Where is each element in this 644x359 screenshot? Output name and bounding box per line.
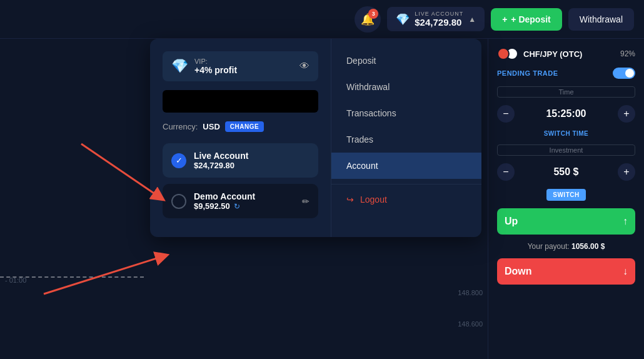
chevron-up-icon: ▲ [468,15,476,24]
time-section-label: Time [497,86,635,98]
eye-button[interactable]: 👁 [299,61,309,72]
up-button[interactable]: Up ↑ [497,208,635,235]
pair-info: CHF/JPY (OTC) [497,48,582,60]
header: 🔔 3 💎 LIVE ACCOUNT $24,729.80 ▲ + + Depo… [0,0,644,39]
balance-bar [163,90,318,113]
pending-label: PENDING TRADE [497,69,558,77]
payout-row: Your payout: 1056.00 $ [497,242,635,251]
investment-plus-button[interactable]: + [618,163,635,181]
diamond-icon: 💎 [396,13,410,26]
pair-row: CHF/JPY (OTC) 92% [497,48,635,60]
logout-icon: ↪ [346,195,354,205]
vip-diamond-icon: 💎 [171,58,188,74]
live-account-name: Live Account [194,151,309,161]
up-arrow-icon: ↑ [623,216,628,227]
vip-profit: +4% profit [194,65,237,75]
edit-icon[interactable]: ✏ [302,196,309,206]
chart-label-2: 148.600 [458,320,483,328]
time-display: 15:25:00 [520,108,613,119]
chart-label-1: 148.800 [458,289,483,296]
demo-account-item[interactable]: Demo Account $9,592.50 ↻ ✏ [163,184,318,218]
down-button[interactable]: Down ↓ [497,258,635,285]
menu-logout[interactable]: ↪ Logout [331,184,481,213]
investment-display: 550 $ [520,166,613,178]
pair-flag [497,48,518,60]
deposit-button[interactable]: + + Deposit [491,8,562,31]
currency-row: Currency: USD CHANGE [163,121,318,132]
investment-section-label: Investment [497,144,635,156]
demo-circle-icon [171,194,186,209]
plus-icon: + [502,14,507,24]
deposit-label: + Deposit [511,14,550,24]
logout-label: Logout [360,195,387,205]
live-account-item[interactable]: ✓ Live Account $24,729.80 [163,143,318,178]
live-account-details: Live Account $24,729.80 [194,151,309,170]
time-minus-button[interactable]: − [497,105,515,123]
pair-percentage: 92% [620,49,635,58]
pair-name: CHF/JPY (OTC) [523,49,582,59]
account-label: LIVE ACCOUNT [415,11,463,17]
down-arrow-icon: ↓ [623,266,628,277]
investment-minus-button[interactable]: − [497,163,515,181]
switch-button[interactable]: SWITCH [546,189,585,201]
menu-transactions[interactable]: Transactions [331,100,481,126]
dropdown-left: 💎 VIP: +4% profit 👁 Currency: USD CHANGE… [150,39,331,237]
chf-flag [497,48,510,60]
switch-time-label: SWITCH TIME [497,130,635,137]
currency-value: USD [203,122,219,131]
toggle-knob [625,69,634,78]
vip-left: 💎 VIP: +4% profit [171,58,237,75]
demo-balance-row: $9,592.50 ↻ [194,201,294,211]
vip-label: VIP: [194,58,237,65]
up-label: Up [505,216,518,227]
vip-row: 💎 VIP: +4% profit 👁 [163,51,318,81]
change-currency-button[interactable]: CHANGE [225,121,264,132]
account-info: LIVE ACCOUNT $24,729.80 [415,11,463,28]
live-account-balance: $24,729.80 [194,161,309,170]
account-amount: $24,729.80 [415,17,461,28]
right-panel: CHF/JPY (OTC) 92% PENDING TRADE Time − 1… [488,39,644,359]
notification-badge: 3 [368,9,378,19]
demo-account-details: Demo Account $9,592.50 ↻ [194,191,294,211]
live-check-icon: ✓ [171,153,186,168]
notification-button[interactable]: 🔔 3 [355,6,381,33]
time-plus-button[interactable]: + [618,105,635,123]
menu-trades[interactable]: Trades [331,126,481,153]
payout-prefix: Your payout: [528,242,570,251]
account-dropdown: 💎 VIP: +4% profit 👁 Currency: USD CHANGE… [150,39,481,237]
menu-withdrawal[interactable]: Withdrawal [331,74,481,100]
chart-time-label: - 01:00 [5,276,26,284]
investment-row: − 550 $ + [497,163,635,181]
refresh-icon: ↻ [234,202,240,211]
vip-text: VIP: +4% profit [194,58,237,75]
currency-label: Currency: [163,122,198,131]
time-row: − 15:25:00 + [497,105,635,123]
demo-account-name: Demo Account [194,191,294,201]
demo-account-balance: $9,592.50 [194,201,230,211]
pending-trade-row: PENDING TRADE [497,68,635,79]
pending-trade-toggle[interactable] [613,68,635,79]
down-label: Down [505,266,532,277]
withdrawal-button[interactable]: Withdrawal [568,8,634,31]
account-button[interactable]: 💎 LIVE ACCOUNT $24,729.80 ▲ [387,7,485,31]
dropdown-right: Deposit Withdrawal Transactions Trades A… [331,39,481,237]
menu-account[interactable]: Account [331,153,481,179]
menu-deposit[interactable]: Deposit [331,48,481,74]
payout-amount: 1056.00 $ [571,242,605,251]
